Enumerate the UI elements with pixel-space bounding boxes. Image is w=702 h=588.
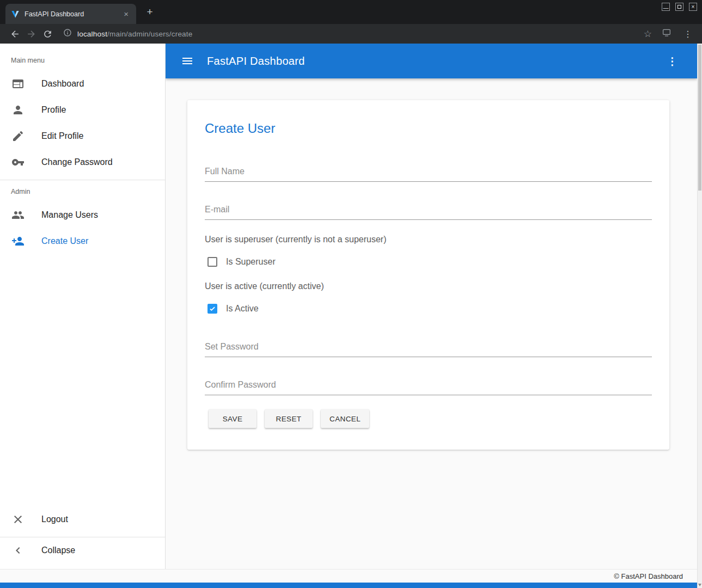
appbar: FastAPI Dashboard ⋮ [166,44,697,78]
url-text[interactable]: localhost/main/admin/users/create [77,30,192,38]
hamburger-menu-icon[interactable] [181,54,194,68]
window-controls: — × [662,3,697,11]
footer-accent-bar [0,583,697,588]
is-superuser-checkbox[interactable] [207,257,217,267]
minimize-icon: — [663,5,669,11]
sidebar-item-label: Manage Users [41,210,98,220]
save-button[interactable]: SAVE [209,409,257,428]
new-tab-button[interactable]: + [143,6,156,18]
info-icon[interactable] [63,28,72,39]
email-input[interactable] [205,201,652,220]
appbar-menu-icon[interactable]: ⋮ [663,53,682,70]
bookmark-star-icon[interactable]: ☆ [644,28,652,40]
is-active-checkbox-row[interactable]: Is Active [205,304,652,314]
page: Main menu Dashboard Profile Edit Profile… [0,44,702,588]
footer: © FastAPI Dashboard [0,569,697,588]
scrollbar-down-arrow-icon[interactable] [698,584,701,586]
reload-icon [42,29,53,39]
active-hint: User is active (currently active) [205,281,652,291]
sidebar-caption-main-menu: Main menu [0,44,165,71]
browser-menu-icon[interactable]: ⋮ [680,29,695,39]
sidebar-item-label: Collapse [41,546,75,555]
sidebar-caption-admin: Admin [0,180,165,202]
person-add-icon [11,235,25,248]
close-x-icon [11,513,25,526]
page-title: Create User [205,121,652,136]
cancel-button[interactable]: CANCEL [321,409,369,428]
key-icon [11,156,25,169]
set-password-input[interactable] [205,339,652,357]
sidebar-item-label: Profile [41,105,66,115]
close-icon: × [692,4,695,10]
is-superuser-checkbox-row[interactable]: Is Superuser [205,257,652,267]
sidebar-item-label: Edit Profile [41,131,83,141]
sidebar-item-label: Change Password [41,157,113,167]
sidebar-spacer [0,254,165,506]
back-button[interactable] [7,26,23,41]
appbar-title: FastAPI Dashboard [207,55,305,68]
dashboard-icon [11,77,25,90]
chevron-left-icon [11,544,25,557]
sidebar-item-manage-users[interactable]: Manage Users [0,202,165,228]
vuetify-logo-icon [11,10,20,19]
extensions-icon[interactable] [662,28,672,40]
tab-title: FastAPI Dashboard [25,10,121,18]
set-password-field [205,339,652,357]
sidebar-item-label: Logout [41,514,68,524]
sidebar-item-label: Create User [41,236,88,246]
sidebar: Main menu Dashboard Profile Edit Profile… [0,44,166,569]
create-user-card: Create User User is superuser (currently… [187,100,669,450]
address-bar[interactable]: localhost/main/admin/users/create [63,26,644,41]
sidebar-item-logout[interactable]: Logout [0,506,165,532]
full-name-input[interactable] [205,163,652,182]
confirm-password-field [205,377,652,395]
sidebar-item-edit-profile[interactable]: Edit Profile [0,123,165,149]
scrollbar-thumb[interactable] [698,45,701,191]
sidebar-item-profile[interactable]: Profile [0,97,165,123]
sidebar-item-label: Dashboard [41,79,84,89]
is-active-label[interactable]: Is Active [226,304,259,314]
is-superuser-label[interactable]: Is Superuser [226,257,276,267]
reset-button[interactable]: RESET [265,409,313,428]
browser-tab[interactable]: FastAPI Dashboard × [5,4,136,24]
form-actions: SAVE RESET CANCEL [205,409,652,428]
browser-toolbar: localhost/main/admin/users/create ☆ ⋮ [0,24,702,44]
sidebar-item-create-user[interactable]: Create User [0,228,165,254]
window-maximize-button[interactable] [675,3,683,11]
maximize-icon [677,5,681,9]
url-path: /main/admin/users/create [107,30,192,38]
superuser-hint: User is superuser (currently is not a su… [205,235,652,244]
people-icon [11,209,25,222]
url-host: localhost [77,30,107,38]
back-arrow-icon [10,29,20,39]
window-close-button[interactable]: × [689,3,697,11]
main-area: FastAPI Dashboard ⋮ Create User User is … [166,44,697,569]
page-scrollbar[interactable] [697,44,702,588]
forward-button[interactable] [23,26,39,41]
forward-arrow-icon [26,29,36,39]
pencil-icon [11,130,25,143]
window-minimize-button[interactable]: — [662,3,670,11]
footer-copyright: © FastAPI Dashboard [0,569,697,583]
browser-titlebar: FastAPI Dashboard × + — × [0,0,702,24]
reload-button[interactable] [39,26,56,41]
email-field [205,201,652,220]
confirm-password-input[interactable] [205,377,652,395]
check-icon [209,305,216,313]
is-active-checkbox[interactable] [207,304,217,314]
full-name-field [205,163,652,182]
tab-close-icon[interactable]: × [121,9,131,19]
person-icon [11,103,25,117]
sidebar-item-collapse[interactable]: Collapse [0,537,165,564]
sidebar-item-dashboard[interactable]: Dashboard [0,71,165,97]
sidebar-item-change-password[interactable]: Change Password [0,149,165,175]
